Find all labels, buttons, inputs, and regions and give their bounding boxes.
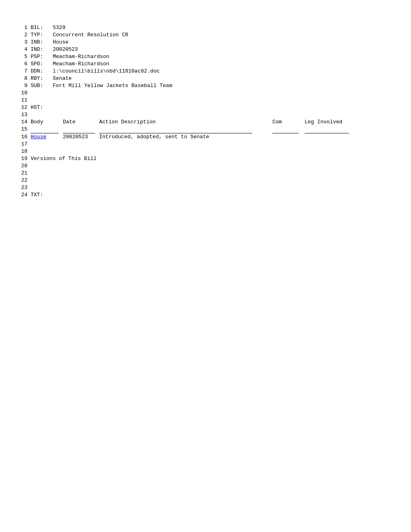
line-13: 13 (16, 111, 395, 118)
ddn-label: DDN: (31, 68, 53, 75)
psp-value: Meacham-Richardson (53, 53, 395, 60)
rby-label: RBY: (31, 75, 53, 82)
line-16: 16 House 20020523 Introduced, adopted, s… (16, 133, 395, 141)
line-number: 4 (16, 46, 27, 53)
line-number: 23 (16, 184, 27, 191)
row-action: Introduced, adopted, sent to Senate (99, 133, 272, 141)
ddn-value: l:\council\bills\nbd\11810ac02.doc (53, 68, 395, 75)
line-number: 13 (16, 111, 27, 118)
bil-label: BIL: (31, 24, 53, 31)
spo-label: SPO: (31, 60, 53, 68)
line-18: 18 (16, 148, 395, 155)
inb-label: INB: (31, 39, 53, 46)
ind-label: IND: (31, 46, 53, 53)
line-number: 7 (16, 68, 27, 75)
line-14: 14 Body Date Action Description Com Leg … (16, 118, 395, 126)
line-3: 3 INB: House (16, 39, 395, 46)
divider-action (99, 126, 272, 133)
line-5: 5 PSP: Meacham-Richardson (16, 53, 395, 60)
typ-value: Concurrent Resolution CR (53, 31, 395, 39)
line-21: 21 (16, 170, 395, 177)
line-20: 20 (16, 162, 395, 170)
line-number: 3 (16, 39, 27, 46)
divider-leg (305, 126, 357, 133)
hst-label: HST: (31, 104, 53, 111)
line-23: 23 (16, 184, 395, 191)
sub-label: SUB: (31, 82, 53, 89)
line-10: 10 (16, 89, 395, 97)
row-body[interactable]: House (31, 133, 63, 141)
line-number: 24 (16, 191, 27, 199)
line-17: 17 (16, 141, 395, 148)
line-number: 8 (16, 75, 27, 82)
versions-text: Versions of This Bill (31, 155, 395, 162)
line-number: 2 (16, 31, 27, 39)
line-number: 6 (16, 60, 27, 68)
line-number: 22 (16, 177, 27, 184)
divider-com (272, 126, 305, 133)
line-number: 12 (16, 104, 27, 111)
line-22: 22 (16, 177, 395, 184)
line-4: 4 IND: 20020523 (16, 46, 395, 53)
psp-label: PSP: (31, 53, 53, 60)
line-12: 12 HST: (16, 104, 395, 111)
bil-value: 5329 (53, 24, 395, 31)
line-number: 10 (16, 89, 27, 97)
line-number: 9 (16, 82, 27, 89)
typ-label: TYP: (31, 31, 53, 39)
line-9: 9 SUB: Fort Mill Yellow Jackets Baseball… (16, 82, 395, 89)
line-number: 14 (16, 118, 27, 126)
document-content: 1 BIL: 5329 2 TYP: Concurrent Resolution… (16, 24, 395, 199)
line-8: 8 RBY: Senate (16, 75, 395, 82)
col-header-leg: Leg Involved (305, 118, 357, 126)
divider-date (63, 126, 99, 133)
line-15: 15 (16, 126, 395, 133)
divider-body (31, 126, 63, 133)
line-19: 19 Versions of This Bill (16, 155, 395, 162)
line-11: 11 (16, 97, 395, 104)
txt-label: TXT: (31, 191, 53, 199)
line-number: 11 (16, 97, 27, 104)
line-7: 7 DDN: l:\council\bills\nbd\11810ac02.do… (16, 68, 395, 75)
line-2: 2 TYP: Concurrent Resolution CR (16, 31, 395, 39)
line-number: 21 (16, 170, 27, 177)
line-number: 19 (16, 155, 27, 162)
line-number: 15 (16, 126, 27, 133)
spo-value: Meacham-Richardson (53, 60, 395, 68)
line-number: 5 (16, 53, 27, 60)
line-24: 24 TXT: (16, 191, 395, 199)
sub-value: Fort Mill Yellow Jackets Baseball Team (53, 82, 395, 89)
col-header-date: Date (63, 118, 99, 126)
line-6: 6 SPO: Meacham-Richardson (16, 60, 395, 68)
row-date: 20020523 (63, 133, 99, 141)
line-number: 20 (16, 162, 27, 170)
house-link[interactable]: House (31, 134, 46, 140)
line-number: 16 (16, 133, 27, 141)
col-header-com: Com (272, 118, 305, 126)
col-header-body: Body (31, 118, 63, 126)
rby-value: Senate (53, 75, 395, 82)
line-number: 17 (16, 141, 27, 148)
line-number: 1 (16, 24, 27, 31)
line-number: 18 (16, 148, 27, 155)
ind-value: 20020523 (53, 46, 395, 53)
col-header-action: Action Description (99, 118, 272, 126)
inb-value: House (53, 39, 395, 46)
line-1: 1 BIL: 5329 (16, 24, 395, 31)
